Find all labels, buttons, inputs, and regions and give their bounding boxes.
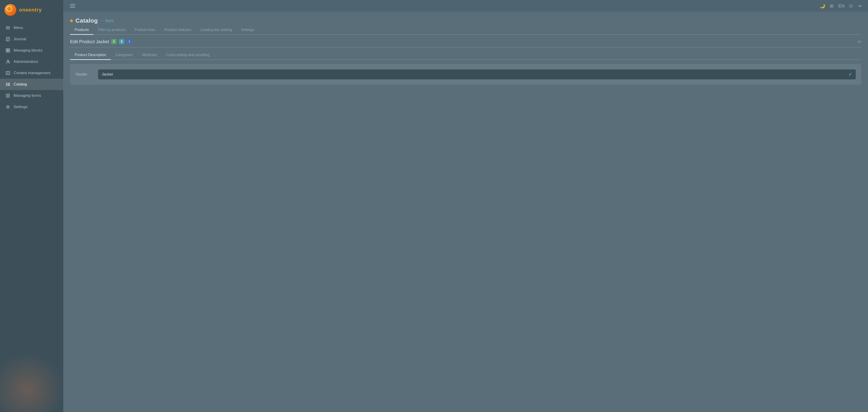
logo[interactable]: oneentry xyxy=(0,0,63,20)
sidebar-item-managing-blocks[interactable]: Managing blocks xyxy=(0,45,63,56)
tab-loading-the-catalog[interactable]: Loading the catalog xyxy=(196,26,237,35)
svg-rect-7 xyxy=(6,49,8,50)
journal-icon xyxy=(5,37,10,41)
admin-icon xyxy=(5,59,10,64)
blocks-icon xyxy=(5,48,10,53)
sidebar-item-label: Administrators xyxy=(13,59,38,64)
svg-point-11 xyxy=(7,60,9,62)
tab-products[interactable]: Products xyxy=(70,26,93,35)
page-title-dot xyxy=(70,20,73,22)
svg-rect-8 xyxy=(8,49,10,50)
tab-product-links[interactable]: Product links xyxy=(130,26,160,35)
edit-product-title: Edit Product Jacket xyxy=(70,39,109,44)
sidebar-item-label: Journal xyxy=(13,37,26,41)
svg-rect-10 xyxy=(8,51,10,52)
topbar: 🌙 ⊞ EN ⊙ ⇥ xyxy=(63,0,868,12)
logout-icon[interactable]: ⇥ xyxy=(857,3,861,8)
back-label: Back xyxy=(105,19,114,23)
product-id: #5 xyxy=(857,40,861,43)
badge-s: S xyxy=(119,39,124,44)
hamburger-button[interactable] xyxy=(70,4,75,8)
main-tabs-container: Products Filter by products Product link… xyxy=(70,26,861,35)
grid-icon[interactable]: ⊞ xyxy=(830,3,834,8)
sidebar-item-label: Catalog xyxy=(13,82,27,87)
tab-product-statuses[interactable]: Product statuses xyxy=(160,26,196,35)
svg-point-24 xyxy=(7,95,8,96)
form-row-header: Header • ✓ xyxy=(75,69,856,79)
sub-tab-categories[interactable]: Categories xyxy=(111,51,137,60)
badge-i: I xyxy=(127,39,132,44)
theme-icon[interactable]: 🌙 xyxy=(819,3,825,8)
sidebar-item-administrators[interactable]: Administrators xyxy=(0,56,63,67)
header-input-wrapper: ✓ xyxy=(98,69,856,79)
sidebar-item-label: Menu xyxy=(13,26,23,30)
svg-point-12 xyxy=(9,61,9,62)
topbar-right: 🌙 ⊞ EN ⊙ ⇥ xyxy=(819,3,861,8)
sub-tabs: Product Description Categories Attribute… xyxy=(70,51,861,59)
sidebar-item-managing-forms[interactable]: Managing forms xyxy=(0,90,63,101)
sidebar-item-content-management[interactable]: Content management xyxy=(0,67,63,79)
svg-point-25 xyxy=(7,106,8,108)
sidebar-item-label: Content management xyxy=(13,71,51,75)
back-arrow-icon: ← xyxy=(101,19,104,23)
sidebar: oneentry Menu Journal xyxy=(0,0,63,412)
svg-rect-14 xyxy=(6,71,10,75)
form-card: Header • ✓ xyxy=(70,64,861,85)
language-label[interactable]: EN xyxy=(838,3,844,8)
header-input[interactable] xyxy=(98,69,856,79)
page-header: Catalog ← Back xyxy=(70,17,861,24)
sidebar-item-settings[interactable]: Settings xyxy=(0,101,63,113)
sidebar-item-label: Managing forms xyxy=(13,93,41,98)
svg-rect-23 xyxy=(6,94,9,97)
help-icon[interactable]: ⊙ xyxy=(849,3,853,8)
sidebar-item-label: Managing blocks xyxy=(13,48,42,53)
page-title: Catalog xyxy=(75,17,98,24)
catalog-icon xyxy=(5,82,10,87)
tab-filter-by-products[interactable]: Filter by products xyxy=(93,26,130,35)
sidebar-nav: Menu Journal M xyxy=(0,20,63,412)
required-indicator: • xyxy=(88,72,89,76)
edit-product-header: Edit Product Jacket V S I #5 xyxy=(70,39,861,48)
sidebar-item-menu[interactable]: Menu xyxy=(0,22,63,33)
page-content: Catalog ← Back Products Filter by produc… xyxy=(63,12,868,412)
header-label: Header • xyxy=(75,72,98,77)
logo-text: oneentry xyxy=(19,7,42,13)
logo-icon xyxy=(4,4,16,16)
sub-tab-attributes[interactable]: Attributes xyxy=(137,51,162,60)
content-icon xyxy=(5,70,10,76)
sub-tab-cross-selling[interactable]: Cross-selling and upselling xyxy=(162,51,214,60)
topbar-left xyxy=(70,4,75,8)
badge-v: V xyxy=(111,39,117,44)
menu-icon xyxy=(5,25,10,30)
main-content: 🌙 ⊞ EN ⊙ ⇥ Catalog ← Back Products Filte… xyxy=(63,0,868,412)
sub-tabs-container: Product Description Categories Attribute… xyxy=(70,51,861,60)
settings-icon xyxy=(5,105,10,110)
tab-settings[interactable]: Settings xyxy=(237,26,258,35)
back-button[interactable]: ← Back xyxy=(101,19,114,23)
forms-icon xyxy=(5,93,10,98)
sidebar-item-catalog[interactable]: Catalog xyxy=(0,79,63,90)
svg-rect-9 xyxy=(6,51,8,52)
check-icon: ✓ xyxy=(848,72,852,77)
sub-tab-product-description[interactable]: Product Description xyxy=(70,51,111,60)
sidebar-item-label: Settings xyxy=(13,105,27,109)
main-tabs: Products Filter by products Product link… xyxy=(70,26,861,34)
sidebar-item-journal[interactable]: Journal xyxy=(0,33,63,45)
